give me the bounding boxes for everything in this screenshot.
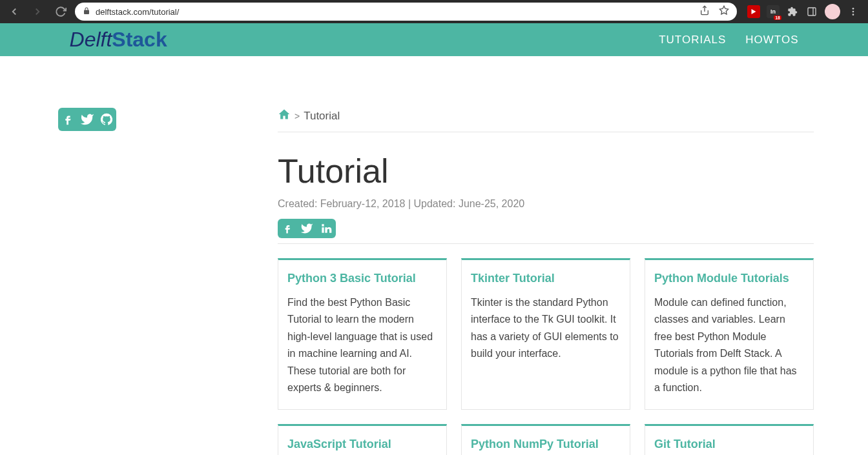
- lock-icon: [83, 6, 90, 17]
- site-header: DelftStack TUTORIALS HOWTOS: [0, 23, 868, 56]
- extension-area: In 18: [747, 4, 860, 19]
- menu-dots-icon[interactable]: [847, 5, 860, 18]
- cards-grid: Python 3 Basic Tutorial Find the best Py…: [278, 258, 814, 455]
- address-bar[interactable]: delftstack.com/tutorial/: [75, 3, 737, 21]
- reload-button[interactable]: [52, 3, 70, 21]
- divider: [278, 243, 814, 244]
- back-button[interactable]: [5, 3, 23, 21]
- main-nav: TUTORIALS HOWTOS: [659, 34, 798, 46]
- card-title: Tkinter Tutorial: [471, 272, 621, 285]
- extension-icon-1[interactable]: [747, 5, 760, 18]
- card-desc: Find the best Python Basic Tutorial to l…: [287, 294, 437, 396]
- breadcrumb: > Tutorial: [278, 108, 814, 132]
- share-linkedin-icon[interactable]: [316, 219, 336, 238]
- card-desc: Tkinter is the standard Python interface…: [471, 294, 621, 363]
- left-sidebar: [58, 108, 116, 455]
- svg-rect-2: [808, 8, 816, 15]
- extensions-puzzle-icon[interactable]: [786, 5, 799, 18]
- bookmark-star-icon[interactable]: [719, 5, 729, 18]
- browser-toolbar: delftstack.com/tutorial/ In 18: [0, 0, 868, 23]
- svg-point-4: [852, 8, 854, 10]
- tutorial-card[interactable]: Python 3 Basic Tutorial Find the best Py…: [278, 258, 447, 410]
- tutorial-card[interactable]: JavaScript Tutorial: [278, 424, 447, 455]
- card-title: Python 3 Basic Tutorial: [287, 272, 437, 285]
- home-icon[interactable]: [278, 108, 291, 124]
- main-content: > Tutorial Tutorial Created: February-12…: [278, 108, 814, 455]
- tutorial-card[interactable]: Python NumPy Tutorial: [461, 424, 630, 455]
- share-group: [278, 219, 814, 238]
- svg-marker-1: [719, 6, 728, 14]
- forward-button[interactable]: [28, 3, 46, 21]
- share-facebook-icon[interactable]: [278, 219, 297, 238]
- share-twitter-icon[interactable]: [297, 219, 316, 238]
- card-title: Python NumPy Tutorial: [471, 438, 621, 451]
- extension-badge: 18: [774, 15, 781, 20]
- url-text: delftstack.com/tutorial/: [96, 7, 694, 17]
- sidebar-social-group: [58, 108, 116, 131]
- github-icon[interactable]: [97, 108, 116, 131]
- card-title: JavaScript Tutorial: [287, 438, 437, 451]
- profile-avatar[interactable]: [825, 4, 840, 19]
- svg-point-6: [852, 14, 854, 15]
- site-logo[interactable]: DelftStack: [70, 28, 167, 52]
- breadcrumb-current: Tutorial: [304, 110, 340, 123]
- card-desc: Module can defined function, classes and…: [654, 294, 804, 396]
- facebook-icon[interactable]: [58, 108, 78, 131]
- twitter-icon[interactable]: [78, 108, 97, 131]
- page-title: Tutorial: [278, 152, 814, 190]
- panel-icon[interactable]: [805, 5, 818, 18]
- extension-icon-2[interactable]: In 18: [767, 5, 780, 18]
- page-dateline: Created: February-12, 2018 | Updated: Ju…: [278, 198, 814, 210]
- share-icon[interactable]: [699, 5, 710, 18]
- nav-tutorials[interactable]: TUTORIALS: [659, 34, 726, 46]
- tutorial-card[interactable]: Tkinter Tutorial Tkinter is the standard…: [461, 258, 630, 410]
- breadcrumb-separator: >: [294, 111, 300, 121]
- nav-howtos[interactable]: HOWTOS: [745, 34, 798, 46]
- tutorial-card[interactable]: Python Module Tutorials Module can defin…: [645, 258, 814, 410]
- tutorial-card[interactable]: Git Tutorial: [645, 424, 814, 455]
- card-title: Python Module Tutorials: [654, 272, 804, 285]
- svg-point-5: [852, 11, 854, 13]
- card-title: Git Tutorial: [654, 438, 804, 451]
